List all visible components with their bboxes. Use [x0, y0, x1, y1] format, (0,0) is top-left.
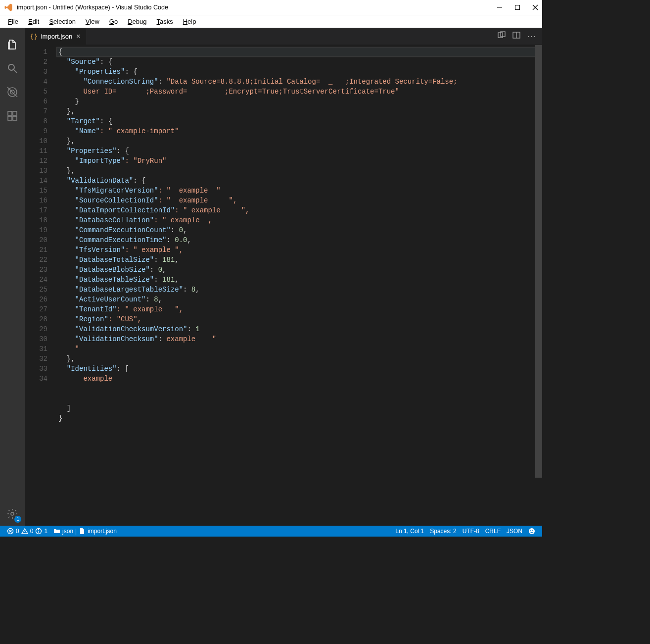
window-title: import.json - Untitled (Workspace) - Vis…: [17, 4, 497, 11]
svg-rect-1: [515, 5, 520, 10]
activity-explorer-icon[interactable]: [0, 33, 24, 56]
activity-settings-icon[interactable]: 1: [0, 502, 24, 526]
code-editor[interactable]: 1234567891011121314151617181920212223242…: [25, 45, 542, 526]
compare-changes-icon[interactable]: [498, 31, 506, 41]
svg-rect-12: [13, 116, 17, 120]
menubar: File Edit Selection View Go Debug Tasks …: [0, 15, 542, 28]
menu-go[interactable]: Go: [105, 17, 122, 26]
menu-help[interactable]: Help: [179, 17, 200, 26]
menu-edit[interactable]: Edit: [24, 17, 43, 26]
svg-rect-10: [13, 111, 17, 115]
status-encoding[interactable]: UTF-8: [460, 526, 482, 537]
info-icon: [35, 528, 42, 535]
scrollbar-thumb[interactable]: [535, 45, 542, 478]
activity-search-icon[interactable]: [0, 56, 24, 80]
menu-tasks[interactable]: Tasks: [152, 17, 177, 26]
svg-line-8: [7, 87, 17, 97]
folder-icon: [53, 528, 60, 535]
split-editor-icon[interactable]: [512, 31, 520, 41]
more-actions-icon[interactable]: ···: [527, 34, 536, 39]
svg-point-13: [11, 512, 14, 515]
error-icon: [7, 528, 14, 535]
line-number-gutter: 1234567891011121314151617181920212223242…: [25, 45, 56, 526]
activity-extensions-icon[interactable]: [0, 104, 24, 128]
window-close-button[interactable]: [532, 4, 538, 10]
code-content[interactable]: { "Source": { "Properties": { "Connectio…: [56, 45, 542, 526]
svg-point-25: [529, 528, 535, 534]
menu-selection[interactable]: Selection: [45, 17, 79, 26]
status-cursor-position[interactable]: Ln 1, Col 1: [392, 526, 427, 537]
menu-view[interactable]: View: [82, 17, 103, 26]
warning-icon: [21, 528, 28, 535]
titlebar: import.json - Untitled (Workspace) - Vis…: [0, 0, 542, 15]
file-icon: [79, 528, 86, 535]
svg-rect-11: [8, 116, 12, 120]
window-minimize-button[interactable]: [497, 4, 503, 10]
svg-rect-9: [8, 111, 12, 115]
activity-bar: 1: [0, 28, 25, 526]
tab-close-icon[interactable]: ×: [76, 32, 80, 40]
status-eol[interactable]: CRLF: [482, 526, 504, 537]
vertical-scrollbar[interactable]: [535, 45, 542, 526]
vscode-logo-icon: [4, 3, 13, 12]
json-file-icon: { }: [31, 33, 37, 40]
window-maximize-button[interactable]: [514, 4, 520, 10]
menu-file[interactable]: File: [4, 17, 22, 26]
svg-point-24: [39, 530, 39, 530]
svg-point-27: [532, 530, 533, 531]
tab-bar: { } import.json × ···: [25, 28, 542, 45]
status-breadcrumb[interactable]: json | import.json: [50, 526, 120, 537]
svg-point-4: [8, 64, 14, 70]
tab-filename: import.json: [41, 33, 73, 40]
activity-debug-icon[interactable]: [0, 80, 24, 104]
svg-line-5: [14, 70, 17, 73]
menu-debug[interactable]: Debug: [124, 17, 150, 26]
tab-import-json[interactable]: { } import.json ×: [25, 28, 87, 45]
status-language[interactable]: JSON: [504, 526, 525, 537]
settings-badge: 1: [14, 516, 21, 523]
status-problems[interactable]: 0 0 1: [4, 526, 50, 537]
status-indentation[interactable]: Spaces: 2: [427, 526, 459, 537]
status-feedback-icon[interactable]: [525, 526, 538, 537]
status-bar: 0 0 1 json | import.json Ln 1, Col 1 Spa…: [0, 526, 542, 537]
svg-point-26: [530, 530, 531, 531]
